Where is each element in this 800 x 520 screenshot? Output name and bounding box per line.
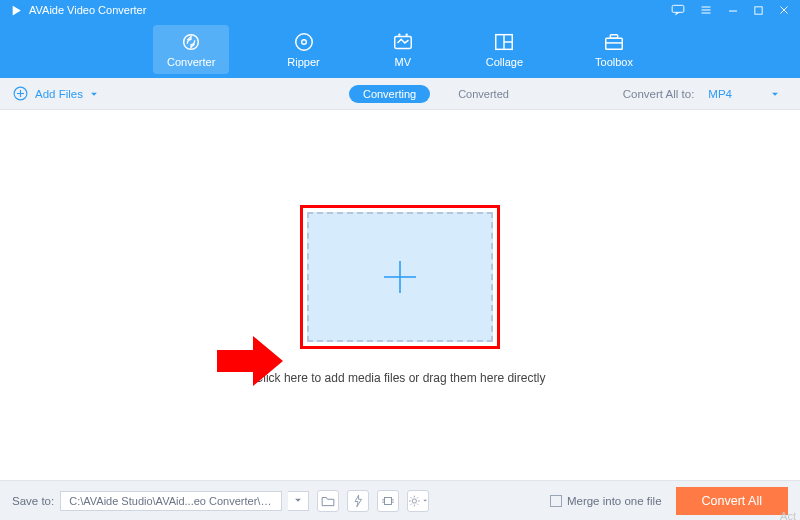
- save-path-field[interactable]: C:\AVAide Studio\AVAid...eo Converter\Co…: [60, 491, 282, 511]
- converter-icon: [179, 31, 203, 53]
- chevron-down-icon: [422, 497, 428, 504]
- plus-circle-icon: [12, 85, 29, 102]
- save-path-dropdown[interactable]: [288, 491, 309, 511]
- lightning-icon: [352, 494, 364, 508]
- add-files-button[interactable]: Add Files: [12, 85, 99, 102]
- tab-converted[interactable]: Converted: [444, 85, 523, 103]
- mv-icon: [392, 31, 414, 53]
- svg-rect-5: [755, 6, 762, 13]
- svg-rect-25: [385, 497, 392, 504]
- collage-icon: [493, 31, 515, 53]
- save-to-group: Save to: C:\AVAide Studio\AVAid...eo Con…: [12, 491, 309, 511]
- nav-collage[interactable]: Collage: [472, 25, 537, 74]
- svg-rect-0: [672, 5, 684, 12]
- red-arrow-icon: [215, 334, 285, 388]
- svg-rect-18: [610, 34, 617, 38]
- dropzone-inner: [307, 212, 493, 342]
- chip-icon: [381, 494, 395, 508]
- add-files-label: Add Files: [35, 88, 83, 100]
- add-media-dropzone[interactable]: [300, 205, 500, 349]
- checkbox-icon: [550, 495, 562, 507]
- nav-toolbox[interactable]: Toolbox: [581, 25, 647, 74]
- folder-icon: [321, 495, 335, 507]
- merge-checkbox[interactable]: Merge into one file: [550, 495, 662, 507]
- nav-converter[interactable]: Converter: [153, 25, 229, 74]
- nav-mv[interactable]: MV: [378, 25, 428, 74]
- nav-label: MV: [394, 56, 411, 68]
- settings-button[interactable]: [407, 490, 429, 512]
- app-title: AVAide Video Converter: [29, 4, 146, 16]
- high-speed-button[interactable]: [347, 490, 369, 512]
- gpu-accel-button[interactable]: [377, 490, 399, 512]
- dropzone-hint: Click here to add media files or drag th…: [255, 371, 546, 385]
- open-folder-button[interactable]: [317, 490, 339, 512]
- app-logo: AVAide Video Converter: [10, 4, 146, 17]
- svg-point-9: [295, 33, 312, 50]
- play-logo-icon: [10, 4, 23, 17]
- svg-point-10: [301, 39, 306, 44]
- close-icon[interactable]: [778, 4, 790, 16]
- menu-icon[interactable]: [699, 4, 713, 16]
- gear-icon: [408, 494, 421, 508]
- output-format-value: MP4: [708, 88, 732, 100]
- footer-bar: Save to: C:\AVAide Studio\AVAid...eo Con…: [0, 480, 800, 520]
- merge-label: Merge into one file: [567, 495, 662, 507]
- main-area: Click here to add media files or drag th…: [0, 110, 800, 480]
- svg-point-12: [398, 33, 400, 35]
- watermark-text: Act: [780, 510, 796, 520]
- nav-ripper[interactable]: Ripper: [273, 25, 333, 74]
- speech-icon[interactable]: [671, 4, 685, 16]
- nav-label: Collage: [486, 56, 523, 68]
- save-to-label: Save to:: [12, 495, 54, 507]
- svg-rect-17: [606, 38, 623, 49]
- nav-label: Converter: [167, 56, 215, 68]
- svg-point-30: [412, 498, 416, 502]
- convert-all-button[interactable]: Convert All: [676, 487, 788, 515]
- ripper-icon: [293, 31, 315, 53]
- convert-all-to: Convert All to: MP4: [623, 86, 788, 102]
- status-tabs: Converting Converted: [349, 85, 523, 103]
- tab-converting[interactable]: Converting: [349, 85, 430, 103]
- nav-label: Toolbox: [595, 56, 633, 68]
- titlebar: AVAide Video Converter: [0, 0, 800, 20]
- maximize-icon[interactable]: [753, 5, 764, 16]
- chevron-down-icon: [89, 89, 99, 99]
- minimize-icon[interactable]: [727, 4, 739, 16]
- toolbox-icon: [603, 31, 625, 53]
- plus-icon: [380, 257, 420, 297]
- footer-actions: [317, 490, 429, 512]
- window-controls: [671, 4, 790, 16]
- nav-label: Ripper: [287, 56, 319, 68]
- sub-toolbar: Add Files Converting Converted Convert A…: [0, 78, 800, 110]
- convert-all-to-label: Convert All to:: [623, 88, 695, 100]
- main-nav: Converter Ripper MV Collage Toolbox: [0, 20, 800, 78]
- svg-point-13: [405, 33, 407, 35]
- output-format-select[interactable]: MP4: [700, 86, 788, 102]
- chevron-down-icon: [770, 89, 780, 99]
- chevron-down-icon: [293, 495, 303, 505]
